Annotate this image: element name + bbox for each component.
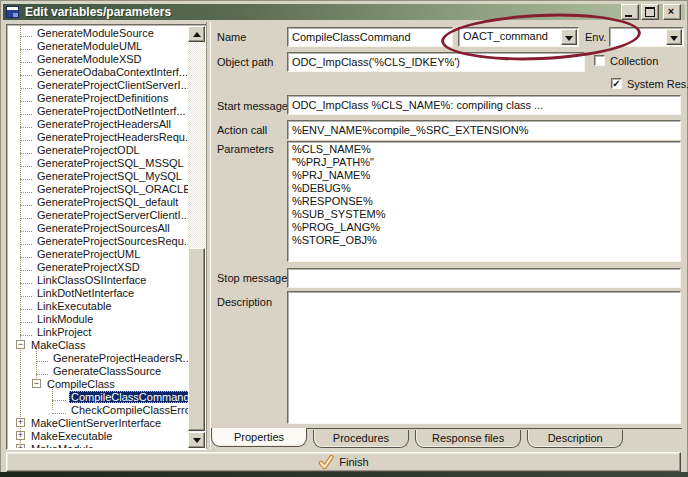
collection-label: Collection xyxy=(610,55,658,67)
tree-item[interactable]: +MakeModule xyxy=(8,442,188,448)
tree-item-label: GenerateProjectSQL_ORACLE xyxy=(35,183,188,195)
tree-item-label: GenerateProjectXSD xyxy=(35,261,142,273)
system-res-checkbox[interactable]: ✓ xyxy=(611,78,622,89)
tree-item[interactable]: GenerateProjectDotNetInterf... xyxy=(8,104,188,117)
finish-button[interactable]: Finish xyxy=(6,452,681,472)
tree-item[interactable]: GenerateProjectDefinitions xyxy=(8,91,188,104)
name-input[interactable] xyxy=(287,27,453,47)
collection-checkbox[interactable] xyxy=(594,55,605,66)
close-button[interactable]: × xyxy=(663,4,681,20)
minimize-icon xyxy=(625,15,632,17)
close-icon: × xyxy=(664,5,678,17)
tree-connector xyxy=(20,302,32,310)
scrollbar-thumb[interactable] xyxy=(188,248,205,431)
tree-item[interactable]: GenerateProjectSourcesRequ... xyxy=(8,234,188,247)
parameters-label: Parameters xyxy=(217,143,274,155)
object-path-label: Object path xyxy=(217,56,273,68)
title-bar[interactable]: Edit variables/parameters × xyxy=(3,3,685,20)
tree-item[interactable]: GenerateProjectXSD xyxy=(8,260,188,273)
tree-item[interactable]: LinkClassOSIInterface xyxy=(8,273,188,286)
tree-item[interactable]: GenerateProjectHeadersRequ... xyxy=(8,130,188,143)
tree-item[interactable]: LinkProject xyxy=(8,325,188,338)
scroll-up-button[interactable] xyxy=(188,26,205,42)
action-call-input[interactable] xyxy=(287,120,681,140)
tree-item[interactable]: CheckCompileClassError xyxy=(8,403,188,416)
expand-plus-icon[interactable]: + xyxy=(16,431,25,440)
tree-item[interactable]: GenerateProjectSQL_ORACLE xyxy=(8,182,188,195)
tree-item[interactable]: LinkExecutable xyxy=(8,299,188,312)
finish-label: Finish xyxy=(339,456,368,468)
description-textarea[interactable] xyxy=(287,291,681,424)
window-title: Edit variables/parameters xyxy=(25,5,171,19)
expand-plus-icon[interactable]: + xyxy=(16,444,25,448)
minimize-button[interactable] xyxy=(621,4,639,20)
tree-item[interactable]: GenerateProjectHeadersAll xyxy=(8,117,188,130)
tree-connector xyxy=(52,393,66,401)
tree-item-label: GenerateProjectHeadersR... xyxy=(51,352,188,364)
tree-item-label: GenerateProjectUML xyxy=(35,248,142,260)
tree-connector xyxy=(20,263,32,271)
env-combo[interactable] xyxy=(609,27,684,47)
tree-item[interactable]: LinkModule xyxy=(8,312,188,325)
tree-connector xyxy=(20,120,32,128)
tree-connector xyxy=(20,107,32,115)
tree-item[interactable]: GenerateModuleSource xyxy=(8,26,188,39)
maximize-button[interactable] xyxy=(641,4,659,20)
tree-connector xyxy=(52,406,66,414)
tree-item[interactable]: GenerateProjectSQL_default xyxy=(8,195,188,208)
tree-connector xyxy=(20,276,32,284)
tab-bar: PropertiesProceduresResponse filesDescri… xyxy=(211,428,682,449)
chevron-down-icon xyxy=(670,36,678,41)
tree-item-label: GenerateProjectDefinitions xyxy=(35,92,170,104)
collapse-minus-icon[interactable]: − xyxy=(16,340,25,349)
app-icon xyxy=(6,6,19,18)
collapse-minus-icon[interactable]: − xyxy=(32,379,41,388)
tree-item[interactable]: −CompileClass xyxy=(8,377,188,390)
tree-connector xyxy=(20,289,32,297)
parameters-textarea[interactable]: %CLS_NAME% "%PRJ_PATH%" %PRJ_NAME% %DEBU… xyxy=(287,141,681,262)
tree-item-label: GenerateProjectSQL_MSSQL xyxy=(35,157,186,169)
type-combo-dropdown-button[interactable] xyxy=(561,29,577,45)
tree-item[interactable]: GenerateProjectClientServerI... xyxy=(8,78,188,91)
tab-procedures[interactable]: Procedures xyxy=(313,430,409,448)
tree-item[interactable]: +MakeExecutable xyxy=(8,429,188,442)
tree-item[interactable]: GenerateProjectSQL_MSSQL xyxy=(8,156,188,169)
tree-item[interactable]: LinkDotNetInterface xyxy=(8,286,188,299)
tree-connector xyxy=(20,198,32,206)
tree-item-label: GenerateProjectODL xyxy=(35,144,142,156)
tree-connector xyxy=(20,172,32,180)
tree-item[interactable]: GenerateOdabaContextInterf... xyxy=(8,65,188,78)
env-combo-dropdown-button[interactable] xyxy=(666,29,682,45)
object-path-input[interactable] xyxy=(287,52,585,72)
tree-item[interactable]: GenerateProjectServerClientI... xyxy=(8,208,188,221)
tab-description[interactable]: Description xyxy=(527,430,623,448)
type-combo[interactable]: OACT_command xyxy=(458,27,579,47)
tab-response-files[interactable]: Response files xyxy=(415,430,521,448)
tree-item[interactable]: GenerateModuleXSD xyxy=(8,52,188,65)
tree-item[interactable]: GenerateProjectHeadersR... xyxy=(8,351,188,364)
tree-item[interactable]: GenerateProjectODL xyxy=(8,143,188,156)
tree-item[interactable]: CompileClassCommand xyxy=(8,390,188,403)
tree-item[interactable]: GenerateModuleUML xyxy=(8,39,188,52)
tree-item-label: GenerateProjectDotNetInterf... xyxy=(35,105,188,117)
tree-item[interactable]: GenerateProjectUML xyxy=(8,247,188,260)
tree-scrollbar[interactable] xyxy=(188,26,205,448)
tree-connector xyxy=(20,250,32,258)
tree-item[interactable]: GenerateProjectSourcesAll xyxy=(8,221,188,234)
expand-plus-icon[interactable]: + xyxy=(16,418,25,427)
tab-properties[interactable]: Properties xyxy=(211,428,307,447)
tree-item[interactable]: −MakeClass xyxy=(8,338,188,351)
stop-message-input[interactable] xyxy=(287,268,681,288)
tree-item[interactable]: GenerateProjectSQL_MySQL xyxy=(8,169,188,182)
name-label: Name xyxy=(217,31,246,43)
tree-item[interactable]: GenerateClassSource xyxy=(8,364,188,377)
start-message-label: Start message xyxy=(217,100,288,112)
tree-item[interactable]: +MakeClientServerInterface xyxy=(8,416,188,429)
tree-item-label: GenerateModuleSource xyxy=(35,27,156,39)
start-message-input[interactable] xyxy=(287,95,681,115)
scroll-down-button[interactable] xyxy=(188,432,205,448)
tree-item-label: GenerateProjectSQL_MySQL xyxy=(35,170,184,182)
tree-item-label: GenerateProjectHeadersRequ... xyxy=(35,131,188,143)
tree-item-label: CompileClassCommand xyxy=(69,391,188,403)
tree-item-label: GenerateOdabaContextInterf... xyxy=(35,66,188,78)
